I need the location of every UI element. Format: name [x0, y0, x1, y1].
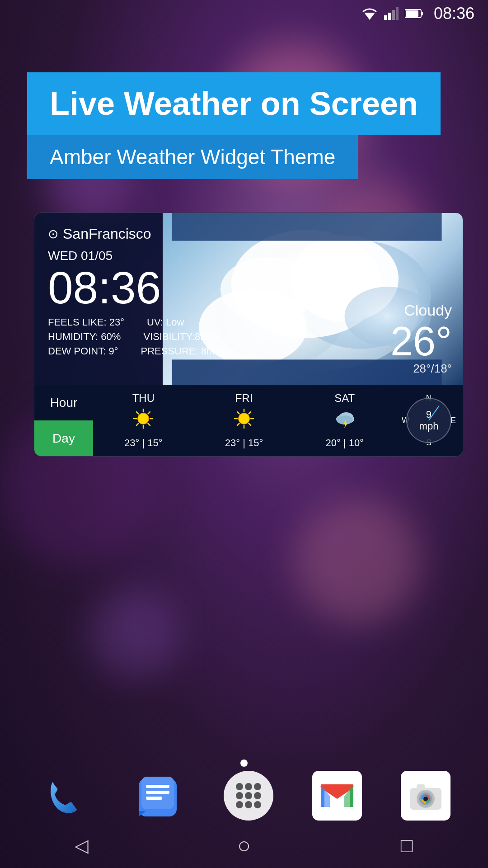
forecast-tabs[interactable]: Hour Day	[34, 385, 93, 456]
svg-rect-1	[384, 15, 387, 20]
svg-rect-4	[396, 7, 399, 20]
weather-widget[interactable]: ⊙ SanFrancisco WED 01/05 08:36 FEELS LIK…	[34, 212, 463, 457]
widget-top: ⊙ SanFrancisco WED 01/05 08:36 FEELS LIK…	[34, 213, 463, 385]
day-fri-name: FRI	[235, 392, 253, 405]
promo-subtitle-box: Amber Weather Widget Theme	[27, 135, 358, 179]
widget-time: 08:36	[48, 265, 256, 310]
promo-subtitle: Amber Weather Widget Theme	[50, 145, 335, 169]
weather-temp: 26°	[390, 321, 452, 362]
svg-line-23	[136, 412, 139, 414]
widget-info-left: ⊙ SanFrancisco WED 01/05 08:36 FEELS LIK…	[34, 213, 270, 373]
forecast-day-thu: THU 23° | 15°	[93, 385, 194, 456]
day-thu-icon	[132, 407, 155, 434]
hour-tab[interactable]: Hour	[34, 385, 93, 420]
widget-right-weather: Cloudy 26° 28°/18°	[390, 302, 452, 376]
day-sat-temps: 20° | 10°	[325, 437, 363, 449]
svg-rect-7	[406, 10, 418, 17]
svg-line-34	[249, 412, 251, 414]
svg-line-35	[237, 424, 239, 426]
svg-line-24	[148, 424, 150, 426]
phone-app-icon[interactable]	[38, 769, 92, 823]
nav-bar: ◁ ○ □	[0, 823, 488, 868]
uv: UV: Low	[147, 316, 184, 328]
day-thu-temps: 23° | 15°	[124, 437, 162, 449]
svg-point-49	[254, 783, 261, 790]
messages-app-icon[interactable]	[131, 769, 185, 823]
battery-icon	[405, 9, 423, 19]
stat-row-2: HUMIDITY: 60% VISIBILITY:8Km	[48, 331, 256, 343]
apps-drawer-icon[interactable]	[224, 771, 273, 821]
feels-like: FEELS LIKE: 23°	[48, 316, 124, 328]
signal-icon	[384, 7, 399, 20]
location-icon: ⊙	[48, 226, 58, 241]
svg-rect-43	[146, 785, 169, 788]
svg-point-54	[245, 801, 252, 808]
svg-rect-44	[146, 791, 169, 794]
svg-point-27	[239, 413, 249, 424]
widget-date: WED 01/05	[48, 249, 256, 263]
stat-row-3: DEW POINT: 9° PRESSURE: 8hPa	[48, 345, 256, 357]
day-fri-temps: 23° | 15°	[225, 437, 263, 449]
svg-rect-2	[388, 13, 391, 20]
day-fri-icon	[233, 407, 255, 434]
svg-point-65	[423, 797, 428, 801]
svg-line-32	[237, 412, 239, 414]
back-button[interactable]: ◁	[63, 827, 99, 863]
svg-rect-6	[421, 12, 423, 15]
svg-point-55	[254, 801, 261, 808]
forecast-days: THU 23° | 15°	[93, 385, 395, 456]
wind-compass: N S E W 9 mph	[395, 385, 463, 456]
svg-point-53	[236, 801, 243, 808]
forecast-day-fri: FRI 23° | 15°	[194, 385, 295, 456]
pressure: PRESSURE: 8hPa	[141, 345, 224, 357]
svg-line-25	[148, 412, 150, 414]
day-sat-name: SAT	[334, 392, 355, 405]
svg-point-18	[138, 413, 149, 424]
status-time: 08:36	[434, 4, 474, 23]
svg-rect-66	[417, 784, 425, 790]
svg-rect-45	[146, 797, 162, 800]
dew-point: DEW POINT: 9°	[48, 345, 118, 357]
svg-point-48	[245, 783, 252, 790]
camera-app-icon[interactable]	[401, 771, 450, 821]
location-name: SanFrancisco	[63, 226, 151, 242]
page-indicator	[240, 760, 248, 769]
promo-title-box: Live Weather on Screen	[27, 72, 441, 135]
svg-point-51	[245, 792, 252, 799]
app-dock	[0, 769, 488, 823]
svg-point-52	[254, 792, 261, 799]
location-row: ⊙ SanFrancisco	[48, 226, 256, 242]
status-bar: 08:36	[0, 0, 488, 27]
weather-condition: Cloudy	[390, 302, 452, 319]
recents-button[interactable]: □	[389, 827, 425, 863]
svg-point-50	[236, 792, 243, 799]
promo-banner: Live Weather on Screen Amber Weather Wid…	[27, 72, 441, 179]
widget-stats: FEELS LIKE: 23° UV: Low HUMIDITY: 60% VI…	[48, 316, 256, 357]
widget-bottom: Hour Day THU	[34, 385, 463, 456]
svg-line-26	[136, 424, 139, 426]
svg-marker-0	[364, 13, 375, 20]
gmail-app-icon[interactable]	[312, 771, 362, 821]
compass-container: N S E W 9 mph	[402, 393, 456, 448]
home-button[interactable]: ○	[226, 827, 262, 863]
day-sat-icon	[333, 407, 356, 434]
forecast-day-sat: SAT 20° | 10°	[294, 385, 395, 456]
svg-rect-3	[392, 10, 395, 20]
stat-row-1: FEELS LIKE: 23° UV: Low	[48, 316, 256, 328]
svg-line-33	[249, 424, 251, 426]
visibility: VISIBILITY:8Km	[143, 331, 215, 343]
wifi-icon	[361, 7, 378, 20]
status-icons: 08:36	[361, 4, 474, 23]
svg-point-47	[236, 783, 243, 790]
day-tab[interactable]: Day	[34, 420, 93, 456]
page-dot	[240, 760, 248, 767]
humidity: HUMIDITY: 60%	[48, 331, 121, 343]
day-thu-name: THU	[132, 392, 155, 405]
promo-title: Live Weather on Screen	[50, 85, 418, 122]
